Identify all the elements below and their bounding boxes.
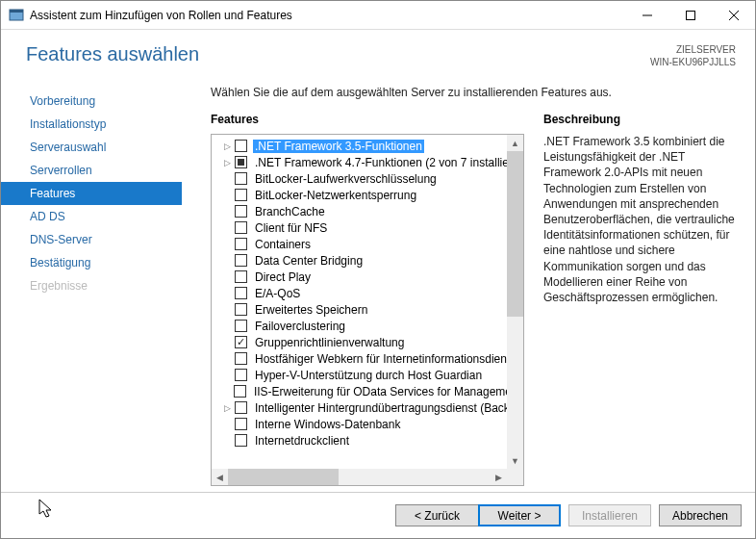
hscroll-thumb[interactable] [228, 469, 339, 485]
feature-label[interactable]: Interne Windows-Datenbank [253, 418, 402, 431]
feature-checkbox[interactable] [235, 434, 247, 447]
feature-checkbox[interactable] [235, 320, 247, 332]
feature-label[interactable]: Hyper-V-Unterstützung durch Host Guardia… [253, 369, 484, 382]
nav-button-pair: < Zurück Weiter > [395, 504, 561, 526]
feature-label[interactable]: E/A-QoS [253, 287, 302, 300]
feature-label[interactable]: Data Center Bridging [253, 254, 365, 268]
feature-label[interactable]: Direct Play [253, 270, 313, 284]
vscroll-track[interactable] [507, 151, 523, 452]
feature-checkbox[interactable] [235, 287, 247, 299]
feature-row[interactable]: BitLocker-Netzwerkentsperrung [212, 187, 523, 203]
feature-label[interactable]: Erweitertes Speichern [253, 303, 369, 317]
scroll-up-arrow-icon[interactable]: ▲ [507, 135, 523, 151]
features-heading: Features [211, 113, 524, 126]
step-bestaetigung[interactable]: Bestätigung [1, 251, 182, 274]
feature-row[interactable]: IIS-Erweiterung für OData Services for M… [212, 383, 523, 399]
window-title: Assistent zum Hinzufügen von Rollen und … [30, 9, 625, 22]
close-button[interactable] [712, 1, 755, 30]
maximize-button[interactable] [668, 1, 712, 30]
feature-checkbox[interactable] [235, 352, 247, 365]
step-features[interactable]: Features [1, 182, 182, 205]
cancel-button[interactable]: Abbrechen [659, 504, 742, 526]
step-adds[interactable]: AD DS [1, 205, 182, 228]
expander-icon[interactable]: ▷ [221, 158, 233, 167]
feature-row[interactable]: Erweitertes Speichern [212, 301, 523, 318]
feature-label[interactable]: .NET Framework 4.7-Funktionen (2 von 7 i… [253, 156, 521, 169]
feature-checkbox[interactable] [235, 303, 247, 316]
hscroll-track[interactable] [228, 469, 491, 485]
feature-row[interactable]: BitLocker-Laufwerkverschlüsselung [212, 170, 523, 187]
back-button[interactable]: < Zurück [395, 504, 478, 526]
feature-checkbox[interactable] [235, 254, 247, 267]
feature-label[interactable]: Hostfähiger Webkern für Internetinformat… [253, 352, 509, 366]
feature-row[interactable]: Data Center Bridging [212, 252, 523, 269]
feature-checkbox[interactable] [235, 418, 247, 430]
feature-checkbox[interactable] [235, 369, 247, 381]
feature-checkbox[interactable] [235, 270, 247, 283]
feature-row[interactable]: Client für NFS [212, 219, 523, 236]
step-dns[interactable]: DNS-Server [1, 228, 182, 251]
vscroll-thumb[interactable] [507, 151, 523, 317]
feature-label[interactable]: Internetdruckclient [253, 434, 351, 448]
feature-row[interactable]: ▷Intelligenter Hintergrundübertragungsdi… [212, 399, 523, 416]
feature-checkbox[interactable] [235, 336, 247, 348]
feature-row[interactable]: Hyper-V-Unterstützung durch Host Guardia… [212, 367, 523, 383]
step-vorbereitung[interactable]: Vorbereitung [1, 90, 182, 113]
feature-row[interactable]: ▷.NET Framework 3.5-Funktionen [212, 138, 523, 154]
vertical-scrollbar[interactable]: ▲ ▼ [507, 135, 523, 469]
expander-icon[interactable]: ▷ [221, 141, 233, 151]
features-tree: ▷.NET Framework 3.5-Funktionen▷.NET Fram… [211, 134, 524, 486]
horizontal-scrollbar[interactable]: ◀ ▶ [212, 469, 523, 485]
feature-label[interactable]: Intelligenter Hintergrundübertragungsdie… [253, 401, 512, 415]
step-serverauswahl[interactable]: Serverauswahl [1, 136, 182, 159]
feature-checkbox[interactable] [235, 189, 247, 201]
features-column: Features ▷.NET Framework 3.5-Funktionen▷… [211, 113, 524, 486]
feature-checkbox[interactable] [235, 221, 247, 234]
feature-label[interactable]: BranchCache [253, 205, 327, 218]
feature-label[interactable]: BitLocker-Laufwerkverschlüsselung [253, 172, 439, 186]
description-heading: Beschreibung [543, 113, 736, 126]
features-tree-inner[interactable]: ▷.NET Framework 3.5-Funktionen▷.NET Fram… [212, 135, 523, 469]
feature-label[interactable]: IIS-Erweiterung für OData Services for M… [252, 385, 523, 398]
svg-rect-3 [686, 11, 694, 19]
scroll-right-arrow-icon[interactable]: ▶ [491, 469, 507, 485]
feature-row[interactable]: Gruppenrichtlinienverwaltung [212, 334, 523, 350]
minimize-button[interactable] [625, 1, 668, 30]
scroll-down-arrow-icon[interactable]: ▼ [507, 452, 523, 469]
feature-label[interactable]: .NET Framework 3.5-Funktionen [253, 140, 424, 153]
feature-checkbox[interactable] [235, 140, 247, 152]
step-installationstyp[interactable]: Installationstyp [1, 113, 182, 136]
feature-checkbox[interactable] [235, 205, 247, 218]
step-serverrollen[interactable]: Serverrollen [1, 159, 182, 182]
target-server-label: ZIELSERVER [650, 43, 736, 56]
svg-rect-1 [10, 10, 23, 13]
next-button[interactable]: Weiter > [478, 504, 561, 526]
titlebar: Assistent zum Hinzufügen von Rollen und … [1, 1, 755, 30]
feature-label[interactable]: BitLocker-Netzwerkentsperrung [253, 189, 418, 202]
scroll-left-arrow-icon[interactable]: ◀ [212, 469, 228, 485]
description-text: .NET Framework 3.5 kombiniert die Leistu… [543, 134, 736, 305]
wizard-body: Vorbereitung Installationstyp Serverausw… [1, 78, 755, 492]
feature-checkbox[interactable] [234, 385, 246, 398]
feature-checkbox[interactable] [235, 172, 247, 185]
feature-checkbox[interactable] [235, 238, 247, 250]
feature-row[interactable]: Internetdruckclient [212, 432, 523, 449]
feature-label[interactable]: Gruppenrichtlinienverwaltung [253, 336, 406, 349]
feature-row[interactable]: Hostfähiger Webkern für Internetinformat… [212, 350, 523, 367]
feature-row[interactable]: Containers [212, 236, 523, 252]
columns: Features ▷.NET Framework 3.5-Funktionen▷… [182, 113, 736, 486]
feature-label[interactable]: Failoverclustering [253, 320, 347, 333]
feature-label[interactable]: Containers [253, 238, 313, 251]
feature-checkbox[interactable] [235, 156, 247, 168]
feature-row[interactable]: BranchCache [212, 203, 523, 219]
feature-row[interactable]: ▷.NET Framework 4.7-Funktionen (2 von 7 … [212, 154, 523, 170]
scroll-corner [507, 469, 523, 485]
feature-row[interactable]: Direct Play [212, 269, 523, 285]
feature-row[interactable]: E/A-QoS [212, 285, 523, 301]
feature-checkbox[interactable] [235, 401, 247, 414]
feature-row[interactable]: Interne Windows-Datenbank [212, 416, 523, 432]
feature-row[interactable]: Failoverclustering [212, 318, 523, 334]
expander-icon[interactable]: ▷ [221, 403, 233, 413]
description-column: Beschreibung .NET Framework 3.5 kombinie… [543, 113, 736, 486]
feature-label[interactable]: Client für NFS [253, 221, 329, 235]
